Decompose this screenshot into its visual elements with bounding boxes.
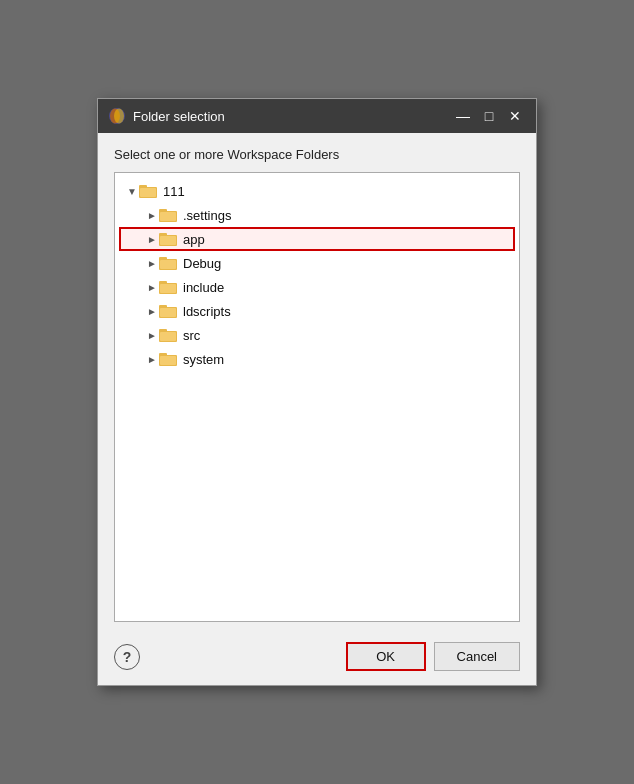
tree-root-label: 111 — [163, 184, 185, 199]
minimize-button[interactable]: — — [452, 105, 474, 127]
tree-item-ldscripts[interactable]: ► ldscripts — [119, 299, 515, 323]
item-label-app: app — [183, 232, 205, 247]
help-button[interactable]: ? — [114, 644, 140, 670]
item-label-settings: .settings — [183, 208, 231, 223]
titlebar-left: Folder selection — [108, 107, 225, 125]
maximize-button[interactable]: □ — [478, 105, 500, 127]
chevron-right-icon: ► — [145, 210, 159, 221]
tree-root-item[interactable]: ▼ 111 — [119, 179, 515, 203]
ok-button[interactable]: OK — [346, 642, 426, 671]
svg-rect-20 — [160, 308, 176, 317]
tree-item-system[interactable]: ► system — [119, 347, 515, 371]
chevron-down-icon: ▼ — [125, 186, 139, 197]
tree-item-debug[interactable]: ► Debug — [119, 251, 515, 275]
titlebar-controls: — □ ✕ — [452, 105, 526, 127]
eclipse-icon — [108, 107, 126, 125]
item-label-ldscripts: ldscripts — [183, 304, 231, 319]
svg-rect-23 — [160, 332, 176, 341]
item-label-src: src — [183, 328, 200, 343]
tree-item-settings[interactable]: ► .settings — [119, 203, 515, 227]
folder-closed-icon — [159, 255, 179, 271]
svg-rect-8 — [160, 212, 176, 221]
footer-right: OK Cancel — [346, 642, 520, 671]
svg-point-2 — [114, 109, 124, 124]
chevron-right-icon: ► — [145, 282, 159, 293]
folder-selection-dialog: Folder selection — □ ✕ Select one or mor… — [97, 98, 537, 686]
dialog-content: Select one or more Workspace Folders ▼ 1… — [98, 133, 536, 632]
folder-closed-icon — [159, 327, 179, 343]
item-label-debug: Debug — [183, 256, 221, 271]
footer-left: ? — [114, 644, 140, 670]
folder-closed-icon — [159, 351, 179, 367]
titlebar: Folder selection — □ ✕ — [98, 99, 536, 133]
svg-rect-11 — [160, 236, 176, 245]
tree-item-src[interactable]: ► src — [119, 323, 515, 347]
item-label-include: include — [183, 280, 224, 295]
folder-closed-icon — [159, 303, 179, 319]
dialog-footer: ? OK Cancel — [98, 632, 536, 685]
cancel-button[interactable]: Cancel — [434, 642, 520, 671]
dialog-subtitle: Select one or more Workspace Folders — [114, 147, 520, 162]
folder-closed-icon — [159, 231, 179, 247]
tree-item-app[interactable]: ► app — [119, 227, 515, 251]
svg-rect-14 — [160, 260, 176, 269]
chevron-right-icon: ► — [145, 306, 159, 317]
chevron-right-icon: ► — [145, 330, 159, 341]
chevron-right-icon: ► — [145, 258, 159, 269]
tree-item-include[interactable]: ► include — [119, 275, 515, 299]
svg-rect-17 — [160, 284, 176, 293]
folder-closed-icon — [159, 279, 179, 295]
tree-container[interactable]: ▼ 111 ► — [114, 172, 520, 622]
close-button[interactable]: ✕ — [504, 105, 526, 127]
item-label-system: system — [183, 352, 224, 367]
folder-open-icon — [139, 183, 159, 199]
svg-rect-26 — [160, 356, 176, 365]
chevron-right-icon: ► — [145, 354, 159, 365]
folder-closed-icon — [159, 207, 179, 223]
chevron-right-icon: ► — [145, 234, 159, 245]
svg-rect-5 — [140, 188, 156, 197]
titlebar-title: Folder selection — [133, 109, 225, 124]
